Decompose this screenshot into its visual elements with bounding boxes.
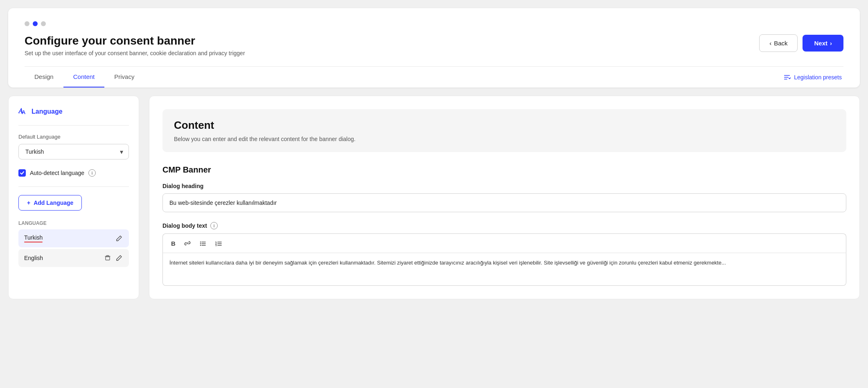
- step-dot-3: [41, 21, 46, 26]
- svg-point-5: [200, 245, 201, 246]
- step-dot-1: [25, 21, 29, 26]
- dialog-body-richtext[interactable]: İnternet siteleri kullanıcılara daha iyi…: [162, 253, 846, 286]
- svg-text:A: A: [22, 109, 26, 115]
- sidebar-language-title: Language: [32, 108, 63, 115]
- tab-content[interactable]: Content: [63, 67, 105, 87]
- tab-design[interactable]: Design: [25, 67, 63, 87]
- language-item-turkish[interactable]: Turkish: [18, 229, 129, 247]
- content-intro-subtitle: Below you can enter and edit the relevan…: [174, 136, 835, 142]
- turkish-active-bar: [24, 242, 43, 242]
- auto-detect-label: Auto-detect language: [30, 170, 84, 176]
- svg-text:3.: 3.: [215, 244, 217, 247]
- language-sidebar: 𝐴 A Language Default Language Turkish En…: [8, 96, 139, 299]
- language-item-english[interactable]: English: [18, 249, 129, 267]
- header-text: Configure your consent banner Set up the…: [25, 34, 245, 56]
- turkish-edit-button[interactable]: [115, 234, 123, 242]
- default-language-select-wrapper: Turkish English ▾: [18, 144, 129, 159]
- english-edit-button[interactable]: [115, 254, 123, 262]
- ordered-list-button[interactable]: 1. 2. 3.: [212, 238, 225, 249]
- default-language-select[interactable]: Turkish English: [18, 144, 129, 159]
- page-subtitle: Set up the user interface of your consen…: [25, 50, 245, 56]
- cmp-section-title: CMP Banner: [162, 165, 846, 175]
- step-dot-2: [33, 21, 38, 26]
- svg-point-3: [200, 242, 201, 242]
- sidebar-divider-2: [18, 186, 129, 187]
- plus-icon: +: [27, 200, 30, 206]
- translate-icon: 𝐴 A: [18, 106, 27, 117]
- content-main: Content Below you can enter and edit the…: [149, 96, 860, 299]
- dialog-heading-label: Dialog heading: [162, 183, 846, 189]
- english-lang-name: English: [24, 255, 43, 261]
- add-language-button[interactable]: + Add Language: [18, 195, 82, 211]
- dialog-body-label: Dialog body text i: [162, 222, 846, 229]
- list-ol-icon: 1. 2. 3.: [215, 240, 222, 247]
- header-actions: ‹ Back Next ›: [759, 34, 843, 52]
- tab-privacy[interactable]: Privacy: [104, 67, 144, 87]
- auto-detect-checkbox[interactable]: [18, 169, 26, 177]
- language-column-header: Language: [18, 220, 129, 226]
- legislation-icon: [783, 74, 791, 81]
- tabs-bar: Design Content Privacy Legislation prese…: [25, 66, 843, 87]
- link-button[interactable]: [181, 238, 194, 249]
- tabs-left: Design Content Privacy: [25, 67, 144, 87]
- bold-icon: B: [171, 240, 176, 247]
- english-lang-actions: [104, 254, 123, 262]
- next-button[interactable]: Next ›: [803, 35, 843, 52]
- turkish-lang-info: Turkish: [24, 234, 43, 242]
- next-label: Next: [814, 40, 827, 47]
- pencil-icon-english: [116, 255, 122, 261]
- dialog-body-info-icon[interactable]: i: [210, 222, 218, 229]
- sidebar-divider: [18, 125, 129, 126]
- main-card: Configure your consent banner Set up the…: [8, 8, 860, 87]
- content-intro-title: Content: [174, 119, 835, 132]
- arrow-left-icon: ‹: [769, 40, 771, 47]
- english-delete-button[interactable]: [104, 254, 112, 262]
- svg-point-4: [200, 243, 201, 244]
- dialog-heading-input[interactable]: [162, 193, 846, 212]
- trash-icon-english: [104, 255, 111, 261]
- content-area: 𝐴 A Language Default Language Turkish En…: [8, 96, 860, 299]
- page-title: Configure your consent banner: [25, 34, 245, 47]
- back-label: Back: [774, 40, 787, 47]
- auto-detect-row: Auto-detect language i: [18, 169, 129, 177]
- default-language-label: Default Language: [18, 134, 129, 140]
- turkish-lang-name: Turkish: [24, 234, 43, 241]
- content-intro-box: Content Below you can enter and edit the…: [162, 109, 846, 152]
- svg-rect-2: [106, 257, 110, 260]
- auto-detect-info-icon[interactable]: i: [88, 169, 96, 177]
- legislation-label: Legislation presets: [794, 74, 842, 81]
- arrow-right-icon: ›: [830, 40, 832, 47]
- step-dots: [25, 21, 843, 26]
- bold-button[interactable]: B: [169, 238, 178, 249]
- back-button[interactable]: ‹ Back: [759, 34, 798, 52]
- header-row: Configure your consent banner Set up the…: [25, 34, 843, 56]
- legislation-presets-link[interactable]: Legislation presets: [783, 74, 843, 81]
- check-icon: [20, 170, 25, 175]
- richtext-toolbar: B 1.: [162, 233, 846, 253]
- unordered-list-button[interactable]: [197, 238, 209, 249]
- turkish-lang-actions: [115, 234, 123, 242]
- pencil-icon-turkish: [116, 235, 122, 242]
- sidebar-section-title: 𝐴 A Language: [18, 106, 129, 117]
- add-language-label: Add Language: [34, 200, 73, 206]
- link-icon: [184, 240, 191, 247]
- list-ul-icon: [199, 240, 207, 247]
